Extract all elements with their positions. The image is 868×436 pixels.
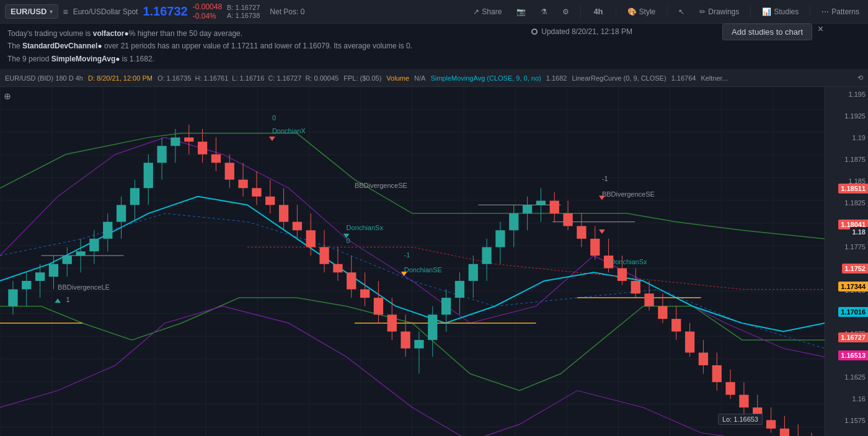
price-tick: 1.16 <box>852 395 866 403</box>
info-line2: The StandardDevChannel● over 21 periods … <box>7 40 861 52</box>
patterns-icon: ⋯ <box>822 7 829 16</box>
chart-ohlc: O: 1.16735 H: 1.16761 L: 1.16716 C: 1.16… <box>157 74 339 82</box>
price-axis: 1.1951.19251.191.18751.1851.18251.181.17… <box>825 87 868 436</box>
drawings-button[interactable]: ✏ Drawings <box>696 5 743 19</box>
studies-button[interactable]: 📊 Studies <box>758 5 802 19</box>
symbol-dropdown-arrow: ▾ <box>50 8 53 15</box>
chart-date: D: 8/20/21, 12:00 PM <box>88 74 153 82</box>
settings-icon: ⚙ <box>562 7 569 16</box>
camera-icon: 📷 <box>516 7 526 16</box>
lrc-label: LinearRegCurve (0, 9, CLOSE) <box>572 74 666 82</box>
price-tick: 1.195 <box>848 91 866 98</box>
sma-study: SimpleMovingAvg● <box>51 55 120 63</box>
settings-button[interactable]: ⚙ <box>559 5 573 19</box>
timeframe-button[interactable]: 4h <box>588 4 608 19</box>
volume-value: N/A <box>414 74 425 82</box>
bid-price: B: 1.16727 <box>227 4 260 11</box>
drawings-icon: ✏ <box>699 7 706 16</box>
volume-label: Volume <box>386 74 409 82</box>
price-badge: 1.17344 <box>838 282 868 291</box>
style-button[interactable]: 🎨 Style <box>624 5 660 19</box>
share-icon: ↗ <box>473 7 479 16</box>
price-badge: 1.17016 <box>838 307 868 317</box>
ask-price: A: 1.16738 <box>227 12 260 19</box>
updated-dot <box>531 29 538 35</box>
flask-icon: ⚗ <box>541 7 547 16</box>
price-badge: 1.1752 <box>842 264 868 274</box>
price-badge: 1.16513 <box>838 350 868 360</box>
reset-zoom-icon[interactable]: ⟲ <box>857 74 863 82</box>
price-tick: 1.1575 <box>844 417 866 424</box>
chart-type-icon[interactable]: ≡ <box>63 7 68 17</box>
toolbar-right: ↗ Share 📷 ⚗ ⚙ 4h 🎨 Style ↖ ✏ Drawings 📊 <box>469 4 863 19</box>
stddev-study: StandardDevChannel● <box>22 42 102 50</box>
patterns-button[interactable]: ⋯ Patterns <box>818 5 863 19</box>
separator5 <box>810 6 810 18</box>
net-position: Net Pos: 0 <box>270 7 304 16</box>
current-price: 1.16732 <box>143 4 187 19</box>
price-tick: 1.1875 <box>844 156 866 163</box>
chart-header: EUR/USD (BID) 180 D 4h D: 8/20/21, 12:00… <box>0 69 868 87</box>
cursor-icon[interactable]: ↖ <box>675 5 688 19</box>
separator <box>580 6 581 18</box>
studies-icon: 📊 <box>762 7 771 16</box>
price-change-group: -0.00048 -0.04% <box>193 2 222 20</box>
add-studies-button[interactable]: Add studies to chart <box>722 24 812 40</box>
style-icon: 🎨 <box>627 7 637 16</box>
price-tick: 1.1775 <box>844 243 866 251</box>
lrc-value: 1.16764 <box>671 74 696 82</box>
flask-button[interactable]: ⚗ <box>537 5 551 19</box>
symbol-full-name: Euro/USDollar Spot <box>73 7 138 16</box>
keltner-label: Keltner... <box>701 74 727 82</box>
price-tick: 1.1625 <box>844 373 866 381</box>
separator3 <box>666 6 667 18</box>
bid-ask-group: B: 1.16727 A: 1.16738 <box>227 4 260 19</box>
chart-main[interactable]: ForexBrokers.com Lo: 1.16653 <box>0 87 825 436</box>
chart-fpl: FPL: ($0.05) <box>343 74 381 82</box>
separator2 <box>616 6 616 18</box>
chart-container: ForexBrokers.com Lo: 1.16653 1.1951.1925… <box>0 87 868 436</box>
add-studies-close-button[interactable]: × <box>818 24 823 35</box>
sma-value: 1.1682 <box>546 74 567 82</box>
share-button[interactable]: ↗ Share <box>469 5 505 19</box>
updated-text: Updated 8/20/21, 12:18 PM <box>531 27 632 36</box>
volfactor-text: volfactor● <box>93 29 129 38</box>
price-tick: 1.1825 <box>844 199 866 207</box>
price-tick: 1.19 <box>852 134 866 141</box>
lo-badge: Lo: 1.16653 <box>718 414 763 425</box>
price-change-pct: -0.04% <box>193 12 222 20</box>
sma-label: SimpleMovingAvg (CLOSE, 9, 0, no) <box>430 74 541 82</box>
chart-symbol: EUR/USD (BID) 180 D 4h <box>5 74 83 82</box>
price-badge: 1.18511 <box>838 184 868 194</box>
symbol-selector[interactable]: EUR/USD ▾ <box>5 4 58 19</box>
chart-canvas[interactable] <box>0 87 825 436</box>
price-tick: 1.1925 <box>844 112 866 120</box>
price-change-abs: -0.00048 <box>193 2 222 11</box>
price-badge: 1.18 <box>850 227 868 237</box>
separator4 <box>750 6 751 18</box>
screenshot-button[interactable]: 📷 <box>513 5 529 19</box>
price-badge: 1.16727 <box>838 332 868 342</box>
info-line3: The 9 period SimpleMovingAvg● is 1.1682. <box>7 53 861 65</box>
symbol-name: EUR/USD <box>11 7 47 16</box>
top-bar: EUR/USD ▾ ≡ Euro/USDollar Spot 1.16732 -… <box>0 0 868 24</box>
